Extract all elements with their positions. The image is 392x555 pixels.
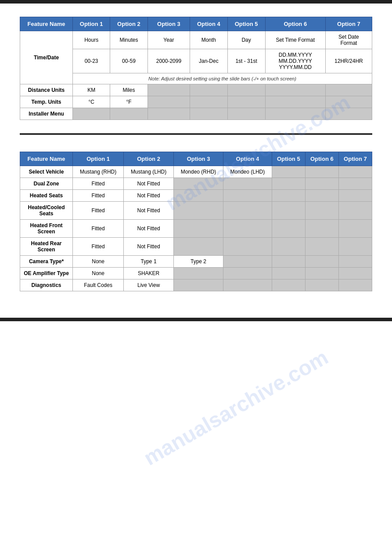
distance-opt4 (190, 84, 227, 96)
table1-header-opt1: Option 1 (73, 17, 110, 31)
table2-feature-4: Heated Front Screen (20, 220, 73, 238)
table2-row6-opt5 (272, 256, 305, 268)
timedate-row1-opt7: Set Date Format (325, 31, 372, 49)
temp-opt1: °C (73, 96, 110, 108)
distance-opt3 (147, 84, 190, 96)
timedate-row1-opt3: Year (147, 31, 190, 49)
table-row: Dual ZoneFittedNot Fitted (20, 178, 372, 190)
watermark2: manualsarchive.com (140, 345, 332, 470)
table2-header-opt2: Option 2 (124, 152, 174, 166)
temp-opt7 (325, 96, 372, 108)
timedate-row1-opt4: Month (190, 31, 227, 49)
table1-section: Feature Name Option 1 Option 2 Option 3 … (20, 17, 372, 120)
table2-row7-opt7 (338, 268, 372, 279)
installer-opt5 (227, 108, 265, 120)
table2-row5-opt2: Not Fitted (124, 238, 174, 256)
distance-opt2: Miles (110, 84, 147, 96)
installer-opt2 (110, 108, 147, 120)
table2-section: Feature Name Option 1 Option 2 Option 3 … (20, 152, 372, 291)
table2-row7-opt4 (223, 268, 272, 279)
timedate-row1-opt5: Day (227, 31, 265, 49)
table2-row5-opt5 (272, 238, 305, 256)
table-row: Heated/Cooled SeatsFittedNot Fitted (20, 202, 372, 220)
table2-row3-opt6 (305, 202, 338, 220)
table2-row5-opt6 (305, 238, 338, 256)
installer-opt7 (325, 108, 372, 120)
table2-header-opt6: Option 6 (305, 152, 338, 166)
table1-header-opt2: Option 2 (110, 17, 147, 31)
temp-units-feature: Temp. Units (20, 96, 73, 108)
table2-row6-opt3: Type 2 (173, 256, 223, 268)
table2-row4-opt1: Fitted (73, 220, 124, 238)
table-row: DiagnosticsFault CodesLive View (20, 279, 372, 291)
table2-row7-opt5 (272, 268, 305, 279)
table2-row1-opt4 (223, 178, 272, 190)
top-bar (0, 0, 392, 4)
distance-opt1: KM (73, 84, 110, 96)
table2-row1-opt1: Fitted (73, 178, 124, 190)
table2-row5-opt3 (173, 238, 223, 256)
timedate-row1-opt2: Minutes (110, 31, 147, 49)
table2-row3-opt5 (272, 202, 305, 220)
bottom-bar (0, 318, 392, 321)
timedate-row2-opt4: Jan-Dec (190, 49, 227, 73)
table2-row2-opt2: Not Fitted (124, 190, 174, 202)
table2-row4-opt3 (173, 220, 223, 238)
table2-row5-opt1: Fitted (73, 238, 124, 256)
table1-header-feature: Feature Name (20, 17, 73, 31)
table2-feature-5: Heated Rear Screen (20, 238, 73, 256)
table1-header-opt6: Option 6 (265, 17, 325, 31)
table2-feature-8: Diagnostics (20, 279, 73, 291)
table2-row0-opt4: Mondeo (LHD) (223, 166, 272, 178)
table2-row3-opt1: Fitted (73, 202, 124, 220)
table2-header-opt3: Option 3 (173, 152, 223, 166)
timedate-row2-opt6: DD.MM.YYYY MM.DD.YYYY YYYY.MM.DD (265, 49, 325, 73)
timedate-row2-opt7: 12HR/24HR (325, 49, 372, 73)
table2-row4-opt4 (223, 220, 272, 238)
table2-row8-opt4 (223, 279, 272, 291)
table2-row0-opt2: Mustang (LHD) (124, 166, 174, 178)
table2-feature-3: Heated/Cooled Seats (20, 202, 73, 220)
table2-row2-opt5 (272, 190, 305, 202)
table2-row4-opt2: Not Fitted (124, 220, 174, 238)
timedate-row1-opt6: Set Time Format (265, 31, 325, 49)
table2-row2-opt3 (173, 190, 223, 202)
timedate-note: Note: Adjust desired setting using the s… (73, 73, 372, 84)
timedate-row1-opt1: Hours (73, 31, 110, 49)
table2-row2-opt1: Fitted (73, 190, 124, 202)
table2-row4-opt6 (305, 220, 338, 238)
table2-row6-opt4 (223, 256, 272, 268)
distance-units-feature: Distance Units (20, 84, 73, 96)
table2-row8-opt5 (272, 279, 305, 291)
table2-row0-opt7 (338, 166, 372, 178)
table-row: Heated Rear ScreenFittedNot Fitted (20, 238, 372, 256)
table2-row0-opt3: Mondeo (RHD) (173, 166, 223, 178)
table-row: Select VehicleMustang (RHD)Mustang (LHD)… (20, 166, 372, 178)
table2-row7-opt1: None (73, 268, 124, 279)
table2-feature-0: Select Vehicle (20, 166, 73, 178)
table2-row8-opt6 (305, 279, 338, 291)
table2-row4-opt5 (272, 220, 305, 238)
distance-opt5 (227, 84, 265, 96)
distance-opt7 (325, 84, 372, 96)
table2-feature-7: OE Amplifier Type (20, 268, 73, 279)
divider1 (20, 133, 372, 135)
table2-feature-6: Camera Type* (20, 256, 73, 268)
table2-row3-opt7 (338, 202, 372, 220)
table2-row1-opt7 (338, 178, 372, 190)
table1-header-opt5: Option 5 (227, 17, 265, 31)
timedate-feature: Time/Date (20, 31, 73, 84)
table2-header-feature: Feature Name (20, 152, 73, 166)
table2-row1-opt2: Not Fitted (124, 178, 174, 190)
table2-row0-opt5 (272, 166, 305, 178)
table2-row3-opt3 (173, 202, 223, 220)
table2-header-opt5: Option 5 (272, 152, 305, 166)
table2-row7-opt3 (173, 268, 223, 279)
temp-opt5 (227, 96, 265, 108)
table2-row6-opt1: None (73, 256, 124, 268)
table2-row7-opt6 (305, 268, 338, 279)
timedate-row2-opt5: 1st - 31st (227, 49, 265, 73)
table2-header-opt4: Option 4 (223, 152, 272, 166)
temp-opt4 (190, 96, 227, 108)
timedate-row2-opt3: 2000-2099 (147, 49, 190, 73)
